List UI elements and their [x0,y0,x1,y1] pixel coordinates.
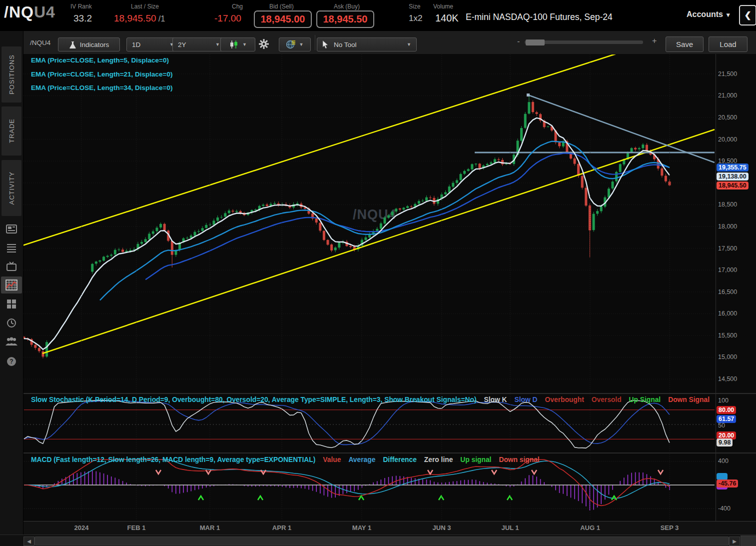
stoch-bubble: 9.98 [717,438,733,446]
legend-item: Slow K [484,396,507,404]
time-axis-label: JUL 1 [501,524,519,532]
macd-bubble [717,473,728,480]
study-label-ema21[interactable]: EMA (Price=CLOSE, Length=21, Displace=0) [31,70,172,78]
price-bubble: 18,945.50 [717,182,749,190]
price-axis-tick: 16,500 [718,288,737,296]
time-axis-label: FEB 1 [127,524,146,532]
price-bubble: 19,138.00 [717,172,749,180]
price-axis-tick: 18,500 [718,201,737,208]
price-bubble: 19,355.75 [717,164,749,172]
study-label-ema5[interactable]: EMA (Price=CLOSE, Length=5, Displace=0) [31,56,169,64]
pane-title[interactable]: Slow Stochastic (K Period=14, D Period=9… [31,396,477,404]
legend-item: Slow D [515,396,538,404]
time-axis-label: MAY 1 [352,524,371,532]
scroll-right-button[interactable]: ▶ [729,536,740,546]
price-axis-tick: 15,500 [718,332,737,339]
stoch-bubble: 80.00 [717,406,736,414]
price-axis-tick: 18,000 [718,223,737,230]
scrollbar-corner-box[interactable] [741,536,756,546]
price-axis-tick: 20,500 [718,114,737,121]
price-axis-tick: 21,000 [718,92,737,99]
time-axis-label: AUG 1 [580,524,600,532]
legend-item: Average [348,456,375,464]
price-axis-tick: 14,500 [718,376,737,382]
macd-legend: MACD (Fast length=12, Slow length=26, MA… [31,456,713,464]
legend-item: Value [323,456,341,464]
study-label-ema34[interactable]: EMA (Price=CLOSE, Length=34, Displace=0) [31,84,172,92]
legend-item: Down signal [499,456,539,464]
price-axis-tick: 21,500 [718,70,737,78]
price-axis-tick: 20,000 [718,136,737,143]
price-axis-tick: 17,000 [718,266,737,274]
legend-item: Up Signal [629,396,661,404]
pane-title[interactable]: MACD (Fast length=12, Slow length=26, MA… [31,456,315,464]
time-axis-label: JUN 3 [433,524,451,532]
price-axis-tick: 16,000 [718,310,737,317]
pane-divider[interactable] [23,393,756,394]
macd-bubble: -45.76 [717,480,738,488]
stoch-axis-tick: 50 [718,422,725,429]
stoch-legend: Slow Stochastic (K Period=14, D Period=9… [31,396,713,404]
legend-item: Up signal [460,456,491,464]
time-axis-label: APR 1 [272,524,291,532]
macd-axis-tick: 400 [718,458,729,464]
chart-scrollbar: ◀ ▶ [0,534,756,546]
scrollbar-thumb[interactable] [34,536,729,546]
pane-divider[interactable] [23,452,756,454]
trading-platform-window: /NQU4 IV Rank 33.2 Last / Size 18,945.50… [0,0,756,546]
time-axis-label: SEP 3 [661,524,679,532]
macd-axis-tick: -400 [718,505,731,512]
stoch-axis-tick: 100 [718,397,729,404]
chart-plot[interactable] [0,0,756,546]
legend-item: Difference [383,456,416,464]
time-axis-label: 2024 [74,524,89,532]
price-axis-tick: 17,500 [718,245,737,252]
legend-item: Down Signal [668,396,710,404]
legend-item: Overbought [545,396,584,404]
price-axis-tick: 15,000 [718,354,737,360]
stoch-bubble: 61.57 [717,415,736,423]
legend-item: Oversold [592,396,622,404]
legend-item: Zero line [424,456,453,464]
time-axis-label: MAR 1 [200,524,220,532]
scroll-left-button[interactable]: ◀ [23,536,34,546]
